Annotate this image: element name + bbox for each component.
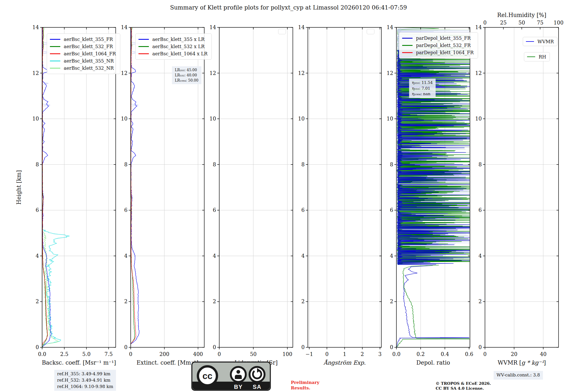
legend-line-sample [50,39,60,40]
legend-item: aerBsc_klett_1064_FR [50,50,116,57]
series-aerBsc_klett_355_FR [42,27,51,347]
x-tick-label: 0.6 [465,351,473,357]
eta-1064-value: η₁₀₆₄: nan [412,91,433,97]
x-tick-label: 200 [160,351,169,357]
x-tick-label: 1 [343,351,346,357]
legend-label: aerBsc_klett_1064 x LR [152,51,207,56]
x-tick-label: 2.5 [60,351,68,357]
legend-label: aerBsc_klett_355 x LR [152,37,205,42]
y-tick-label: 2 [479,298,482,304]
by-person-body [235,375,242,379]
xlabel-extinction: Extinct. coeff. [Mm⁻¹] [136,359,198,366]
legend-wvmr: WVMR [523,37,557,46]
legend-item: aerBsc_klett_355_NR [50,57,116,65]
legend-item: parDepol_klett_1064_FR [402,49,474,56]
wv-calibration-value: WV-calib.const.: 3.8 [497,372,540,378]
y-tick-label: 6 [124,207,128,213]
x-tick-label: 0.2 [417,351,425,357]
y-tick-label: 12 [387,70,393,76]
x-tick-label: 40 [540,351,547,357]
y-tick-label: 4 [301,253,305,259]
y-tick-label: 4 [124,253,128,259]
cc-sa-label: SA [253,384,261,390]
y-tick-label: 14 [209,24,216,30]
xlabel-backscatter: Backsc. coeff. [Msr⁻¹ m⁻¹] [42,359,116,366]
y-tick-label: 2 [36,298,39,304]
y-tick-label: 14 [32,24,39,30]
series-aerBsc_klett_355_NR [42,229,70,344]
x-tick-label: −1 [306,351,313,357]
x-tick-label: 100 [282,351,292,357]
legend-line-sample [138,39,149,40]
y-tick-label: 12 [209,70,216,76]
legend-label: aerBsc_klett_532 x LR [152,44,205,49]
x-tick-label: 2 [361,351,364,357]
legend-empty-angstroem [367,29,374,34]
copyright-note: © TROPOS & ECoE 2026. CC BY SA 4.0 Licen… [436,381,491,391]
y-axis-label: Height [km] [16,170,22,204]
y-tick-label: 8 [301,161,305,167]
y-tick-label: 14 [387,24,393,30]
preliminary-note: Preliminary Results. [291,380,319,391]
legend-empty-lidar-ratio [278,29,286,34]
x-tick-label: 0 [325,351,328,357]
y-tick-label: 8 [36,161,39,167]
legend-item: aerBsc_klett_532_NR [50,65,116,72]
legend-item: WVMR [526,38,554,45]
legend-line-sample [50,53,60,54]
plot-angstroem: −1012302468101214Ångström Exp. [298,24,382,366]
eta-532-value: η₅₃₂: 7.01 [412,86,433,91]
y-tick-label: 0 [36,344,39,350]
x-tick-label: 0.0 [38,351,46,357]
x-tick-label: 5.0 [82,351,91,357]
y-tick-label: 12 [475,70,482,76]
legend-label: aerBsc_klett_532_NR [64,65,114,71]
legend-item: aerBsc_klett_1064 x LR [138,50,207,57]
legend-label: parDepol_klett_1064_FR [416,50,474,55]
y-tick-label: 8 [124,161,128,167]
series-aerBsc_klett_355_x_LR [131,27,139,344]
cc-by-label: BY [234,384,243,390]
y-tick-label: 0 [301,344,305,350]
y-tick-label: 14 [121,24,128,30]
legend-item: aerBsc_klett_355_FR [50,36,116,43]
y-tick-label: 6 [213,207,216,213]
legend-item: aerBsc_klett_355 x LR [138,36,207,43]
plot-depol-ratio: 0.00.20.40.602468101214Depol. ratio [387,24,473,366]
x-tick-label: 3 [378,351,381,357]
y-tick-label: 8 [213,161,216,167]
x-tick-label: 0.4 [441,351,449,357]
legend-line-sample [402,45,413,46]
top-axis-label: Rel.Humidity [%] [497,12,546,18]
top-tick-label: 25 [500,20,507,26]
eta-355-value: η₃₅₅: 11.54 [412,80,433,86]
y-tick-label: 6 [36,207,39,213]
y-tick-label: 6 [479,207,482,213]
eta-annotation-box: η₃₅₅: 11.54 η₅₃₂: 7.01 η₁₀₆₄: nan [409,79,436,98]
x-tick-label: 50 [250,351,257,357]
xlabel-wvmr: WVMR [g * kg⁻¹] [498,359,546,366]
xlabel-angstroem: Ångström Exp. [323,359,366,366]
legend-item: RH [527,54,546,60]
y-tick-label: 0 [124,344,128,350]
wv-calibration-box: WV-calib.const.: 3.8 [494,371,543,380]
legend-extinction: aerBsc_klett_355 x LR aerBsc_klett_532 x… [135,33,212,60]
reference-height-box: ref.H_355: 3.49-4.99 km ref.H_532: 3.49-… [54,370,116,391]
x-tick-label: 0.0 [392,351,401,357]
refh-355: ref.H_355: 3.49-4.99 km [57,371,113,377]
y-tick-label: 10 [209,116,216,122]
legend-label: aerBsc_klett_1064_FR [64,51,116,56]
refh-532: ref.H_532: 3.49-4.91 km [57,377,113,384]
legend-item: aerBsc_klett_532_FR [50,43,116,50]
x-tick-label: 7.5 [104,351,113,357]
y-tick-label: 6 [390,207,393,213]
legend-item: aerBsc_klett_532 x LR [138,43,207,50]
y-tick-label: 2 [390,298,393,304]
y-tick-label: 4 [390,253,393,259]
x-tick-label: 0 [483,351,486,357]
legend-item: parDepol_klett_355_FR [402,35,474,42]
legend-label: parDepol_klett_532_FR [416,43,471,48]
series-parDepol_klett_355_FR [397,265,469,347]
legend-label: aerBsc_klett_355_FR [64,37,113,42]
legend-label: WVMR [537,39,554,44]
